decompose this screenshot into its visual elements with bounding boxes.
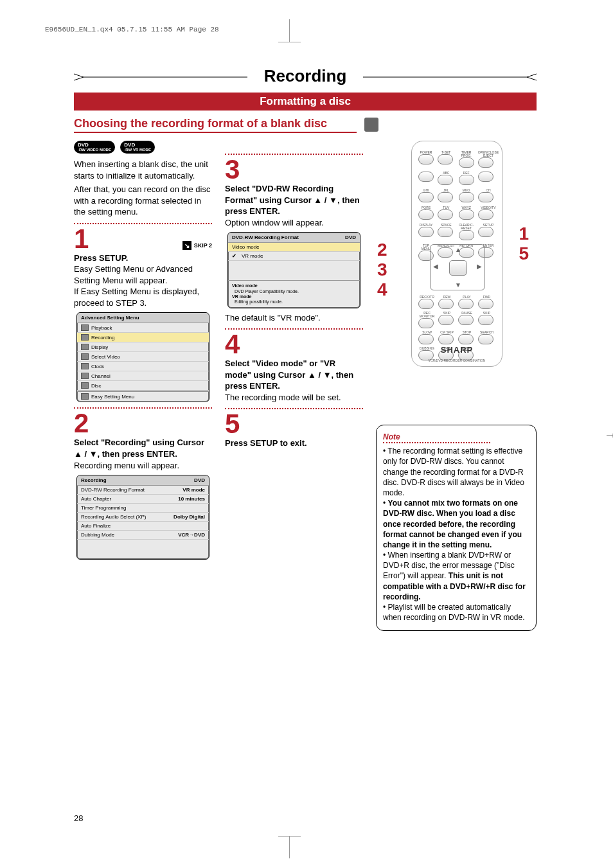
- remote-button: [478, 334, 493, 344]
- remote-button: [478, 227, 493, 237]
- step-3-body: Option window will appear.: [225, 217, 363, 229]
- remote-button: [438, 154, 453, 164]
- remote-button: [418, 227, 434, 237]
- format-option-panel: DVD-RW Recording FormatDVD Video mode ✔V…: [227, 232, 360, 308]
- note-item: • When inserting a blank DVD+RW or DVD+R…: [383, 550, 529, 602]
- remote-button: [478, 299, 493, 309]
- step-1-head: Press SETUP.: [74, 252, 212, 264]
- left-arrow-icon: ◀: [433, 263, 438, 270]
- remote-button: [478, 172, 493, 182]
- step-2-head: Select "Recording" using Cursor ▲ / ▼, t…: [74, 437, 212, 459]
- remote-button: [478, 157, 493, 168]
- remote-button: [418, 154, 434, 164]
- remote-button: [418, 209, 434, 220]
- step-5-head: Press SETUP to exit.: [225, 438, 363, 449]
- main-title: Recording: [264, 66, 347, 85]
- remote-button: [458, 334, 474, 344]
- step-3-tail: The default is "VR mode".: [225, 312, 363, 324]
- remote-button: [438, 227, 453, 237]
- remote-control-diagram: POWER T-SET TIMER PROG. OPEN/CLOSE EJECT…: [411, 141, 502, 367]
- note-item: • You cannot mix two formats on one DVD-…: [383, 498, 529, 550]
- recording-menu-panel: RecordingDVD DVD-RW Recording FormatVR m…: [76, 475, 209, 560]
- remote-button: [458, 315, 474, 325]
- title-decoration: Recording: [74, 64, 537, 90]
- remote-button: [418, 318, 434, 328]
- note-title: Note: [383, 432, 490, 443]
- hand-pointer-icon: [364, 118, 378, 132]
- divider-icon: [74, 223, 212, 224]
- note-box: Note • The recording format setting is e…: [376, 425, 537, 631]
- remote-button: [418, 192, 434, 202]
- remote-button: [478, 209, 493, 220]
- remote-button: [438, 175, 453, 185]
- step-3-number: 3: [225, 156, 240, 183]
- remote-button: [478, 315, 493, 325]
- remote-button: [418, 172, 434, 182]
- right-arrow-icon: ▶: [477, 263, 482, 270]
- remote-button: [418, 299, 434, 309]
- remote-button: [459, 230, 474, 240]
- step-1-number: 1: [74, 226, 89, 252]
- down-arrow-icon: ▼: [455, 281, 461, 288]
- dvd-badges: DVD-RW VIDEO MODE DVD-RW VR MODE: [74, 141, 212, 154]
- skip-arrow-icon: ↘: [182, 241, 191, 250]
- dvd-rw-vr-badge: DVD-RW VR MODE: [120, 141, 155, 154]
- remote-dpad: ▲ ▼ ◀ ▶: [430, 244, 485, 290]
- remote-button: [459, 209, 474, 220]
- crop-mark-icon: [289, 19, 290, 42]
- dvd-rw-video-badge: DVD-RW VIDEO MODE: [74, 141, 115, 154]
- step-2-number: 2: [74, 410, 89, 437]
- remote-button: [459, 192, 474, 202]
- remote-button: [458, 299, 474, 309]
- remote-button: [438, 192, 453, 202]
- remote-brand-sub: VCR/DVD RECORDER COMBINATION: [412, 359, 502, 362]
- step-4-number: 4: [225, 331, 240, 358]
- divider-icon: [225, 328, 363, 330]
- divider-icon: [225, 154, 363, 155]
- intro-text-1: When inserting a blank disc, the unit st…: [74, 159, 212, 181]
- remote-button: [459, 157, 474, 168]
- step-4-head: Select "Video mode" or "VR mode" using C…: [225, 358, 363, 392]
- remote-button: [438, 334, 454, 344]
- up-arrow-icon: ▲: [455, 246, 461, 253]
- remote-button: [438, 299, 454, 309]
- remote-button: [438, 209, 453, 220]
- enter-button: [449, 260, 467, 276]
- remote-callout-right: 1 5: [519, 224, 529, 264]
- step-2-body: Recording menu will appear.: [74, 460, 212, 472]
- page-number: 28: [74, 813, 83, 823]
- remote-button: [478, 192, 493, 202]
- remote-button: [438, 315, 454, 325]
- crop-mark-icon: [289, 836, 290, 858]
- divider-icon: [225, 408, 363, 409]
- print-header: E9656UD_EN_1.qx4 05.7.15 11:55 AM Page 2…: [45, 26, 219, 33]
- check-icon: ✔: [232, 253, 236, 259]
- advanced-setting-menu-panel: Advanced Setting Menu Playback Recording…: [76, 312, 209, 402]
- step-3-head: Select "DVD-RW Recording Format" using C…: [225, 183, 363, 217]
- step-4-body: The recording mode will be set.: [225, 392, 363, 403]
- remote-button: [418, 334, 434, 344]
- step-1-body-2: If Easy Setting Menu is displayed, proce…: [74, 286, 212, 308]
- step-1-body-1: Easy Setting Menu or Advanced Setting Me…: [74, 263, 212, 286]
- intro-text-2: After that, you can record on the disc w…: [74, 184, 212, 218]
- remote-callout-left: 2 3 4: [377, 240, 387, 299]
- step-5-number: 5: [225, 411, 240, 438]
- remote-brand: SHARP: [412, 345, 502, 355]
- remote-button: [459, 175, 474, 185]
- divider-icon: [74, 407, 212, 409]
- skip-tag: ↘SKIP 2: [182, 241, 212, 250]
- section-heading: Choosing the recording format of a blank…: [74, 117, 357, 133]
- note-item: • Playlist will be created automatically…: [383, 602, 529, 623]
- note-item: • The recording format setting is effect…: [383, 446, 529, 498]
- subtitle-bar: Formatting a disc: [74, 93, 537, 111]
